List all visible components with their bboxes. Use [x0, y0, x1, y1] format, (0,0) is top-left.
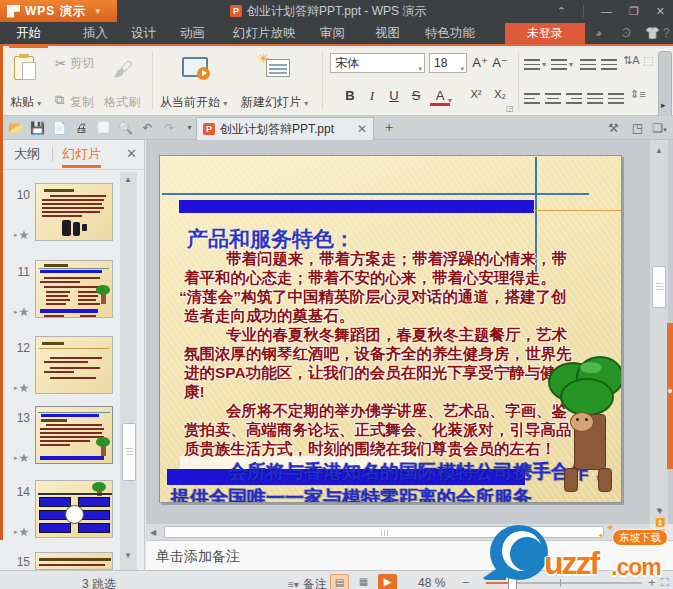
slide-thumbnail-14[interactable] — [35, 480, 113, 538]
body-line[interactable]: 质贵族生活方式，时刻的围绕在我们尊贵会员的左右！ — [184, 441, 556, 457]
wps-menu-button[interactable]: WPS 演示 ▼ — [0, 0, 117, 22]
subscript-button[interactable]: X₂ — [490, 88, 510, 100]
body-line[interactable]: 带着问题来，带着方案走；带着浮躁的心情来，带 — [226, 251, 567, 267]
side-panel-handle[interactable] — [667, 323, 673, 469]
font-name-combo[interactable]: 宋体▾ — [330, 53, 425, 73]
document-tab[interactable]: P 创业计划答辩PPT.ppt ✕ — [196, 117, 374, 140]
close-button[interactable]: ✕ — [656, 5, 665, 18]
tab-slideshow[interactable]: 幻灯片放映 — [233, 22, 296, 44]
justify-icon[interactable] — [587, 90, 603, 104]
scroll-up-icon[interactable]: ▲ — [655, 146, 663, 155]
decrease-indent-icon[interactable] — [580, 56, 596, 70]
decrease-font-button[interactable]: A⁻ — [490, 55, 510, 70]
body-line[interactable]: 氛围浓厚的钢琴红酒吧，设备齐全的养生健身房，世界先 — [184, 346, 572, 362]
slide-title[interactable]: 产品和服务特色： — [187, 228, 355, 249]
login-button[interactable]: 未登录 — [505, 23, 585, 44]
close-panel-icon[interactable]: ✕ — [126, 146, 137, 161]
body-line[interactable]: 赏拍卖、高端商务论坛、正式舞会、化装派对，引导高品 — [184, 422, 572, 438]
paste-button[interactable]: 粘贴 ▾ — [10, 94, 41, 111]
minimize-button[interactable]: — — [601, 5, 612, 17]
tab-outline[interactable]: 大纲 — [14, 140, 40, 168]
panel-scrollbar-thumb[interactable] — [122, 423, 136, 481]
slide-thumbnail-12[interactable] — [35, 336, 113, 394]
font-size-combo[interactable]: 18▾ — [429, 53, 467, 73]
new-slide-button[interactable]: 新建幻灯片 ▾ — [241, 94, 308, 111]
layout-switch-icon[interactable]: ❏▾ — [651, 120, 668, 136]
slide-editor[interactable]: 产品和服务特色： 带着问题来，带着方案走；带着浮躁的心情来，带 着平和的心态走；… — [159, 155, 622, 503]
preview-icon[interactable]: 🔍 — [117, 120, 134, 136]
scroll-left-icon[interactable]: ◀ — [150, 528, 156, 537]
maximize-button[interactable]: ❐ — [629, 5, 639, 18]
body-line[interactable]: 康! — [184, 384, 205, 400]
align-right-icon[interactable] — [566, 90, 582, 104]
superscript-button[interactable]: X² — [466, 88, 486, 100]
tab-review[interactable]: 审阅 — [320, 22, 345, 44]
swoosh-icon[interactable]: Ͽ — [622, 26, 631, 40]
placeholder-icon[interactable]: ⬚ — [643, 54, 653, 67]
bullets-icon[interactable] — [524, 56, 540, 70]
italic-button[interactable]: I — [362, 88, 382, 104]
underline-button[interactable]: U — [384, 88, 404, 103]
body-line[interactable]: 专业的春夏秋冬舞蹈团，春夏秋冬主题餐厅，艺术 — [226, 327, 567, 343]
print-icon[interactable]: 🖨 — [73, 120, 90, 136]
copy-button[interactable]: 复制 — [70, 94, 94, 111]
tab-view[interactable]: 视图 — [375, 22, 400, 44]
slide-sorter-button[interactable]: ▦ — [354, 574, 373, 589]
undo-icon[interactable]: ↶ — [139, 120, 156, 136]
skin-icon[interactable]: 👕 — [645, 26, 660, 40]
align-left-icon[interactable] — [524, 90, 540, 104]
increase-font-button[interactable]: A⁺ — [470, 55, 490, 70]
export-pdf-icon[interactable]: 📄 — [51, 120, 68, 136]
slide-thumbnail-13[interactable] — [35, 406, 113, 464]
bold-button[interactable]: B — [340, 88, 360, 103]
font-dialog-launcher[interactable]: ◲ — [506, 104, 514, 113]
notes-toggle[interactable]: ≡▾备注 — [288, 576, 327, 589]
font-color-caret[interactable]: ▾ — [448, 96, 452, 105]
body-line[interactable]: 着平和的心态走；带着不安的心来，带着心安理得走。 — [184, 270, 556, 286]
body-line[interactable]: 进的SPA功能区，让我们的会员在阳光下享受宁静与健 — [184, 365, 556, 381]
distribute-icon[interactable] — [608, 90, 624, 104]
redo-icon[interactable]: ↷ — [161, 120, 178, 136]
slideshow-button[interactable]: ▶ — [378, 574, 397, 589]
notes-placeholder[interactable]: 单击添加备注 — [156, 548, 240, 566]
font-color-button[interactable]: A — [430, 88, 450, 106]
panel-scrollbar[interactable]: ▲ ▼ — [120, 172, 137, 570]
history-icon[interactable]: ◳ — [629, 120, 646, 136]
text-direction-icon[interactable]: ⇅A — [623, 54, 640, 67]
scroll-down-icon[interactable]: ▼ — [124, 551, 132, 560]
collapse-ribbon-icon[interactable]: ⌃ — [557, 5, 566, 18]
tab-home[interactable]: 开始 — [16, 22, 41, 44]
save-icon[interactable]: 💾 — [29, 120, 46, 136]
align-center-icon[interactable] — [545, 90, 561, 104]
new-tab-button[interactable]: + — [381, 120, 397, 136]
cut-button[interactable]: 剪切 — [70, 55, 94, 72]
print-preview-icon[interactable]: 📃 — [95, 120, 112, 136]
slide-thumbnail-10[interactable] — [35, 183, 113, 241]
strikethrough-button[interactable]: S — [406, 88, 426, 103]
slide-thumbnail-15[interactable] — [35, 552, 113, 570]
body-line-blue[interactable]: 会所将与香港知名的国际模特公司携手合作， — [228, 462, 608, 481]
bullets-caret[interactable]: ▾ — [542, 60, 546, 69]
tab-special-features[interactable]: 特色功能 — [425, 22, 475, 44]
body-line[interactable]: “清莲会”构筑了中国精英阶层心灵对话的通道，搭建了创 — [179, 289, 567, 305]
tab-slides[interactable]: 幻灯片 — [62, 140, 101, 168]
help-icon[interactable]: ? — [663, 26, 670, 40]
body-line[interactable]: 造者走向成功的奠基石。 — [184, 308, 355, 324]
line-spacing-icon[interactable]: ⇕≡ — [630, 88, 646, 101]
zoom-out-button[interactable]: − — [462, 575, 470, 589]
tab-insert[interactable]: 插入 — [83, 22, 108, 44]
scroll-up-icon[interactable]: ▲ — [124, 175, 132, 184]
tab-animation[interactable]: 动画 — [180, 22, 205, 44]
body-line-blue[interactable]: 提供全国唯一一家与模特零距离的会所服务。 — [171, 488, 551, 503]
numbering-icon[interactable] — [551, 56, 567, 70]
close-tab-icon[interactable]: ✕ — [357, 122, 367, 136]
format-painter-button[interactable]: 格式刷 — [104, 94, 140, 111]
increase-indent-icon[interactable] — [601, 56, 617, 70]
slide-thumbnail-11[interactable] — [35, 260, 113, 318]
vertical-scrollbar[interactable]: ▲ ▼ — [650, 140, 668, 524]
normal-view-button[interactable]: ▤ — [330, 574, 349, 589]
open-folder-icon[interactable]: 📂 — [7, 120, 24, 136]
play-from-current-button[interactable]: 从当前开始 ▾ — [160, 94, 227, 111]
body-line[interactable]: 会所将不定期的举办佛学讲座、艺术品、字画、鉴 — [226, 403, 567, 419]
tab-design[interactable]: 设计 — [131, 22, 156, 44]
